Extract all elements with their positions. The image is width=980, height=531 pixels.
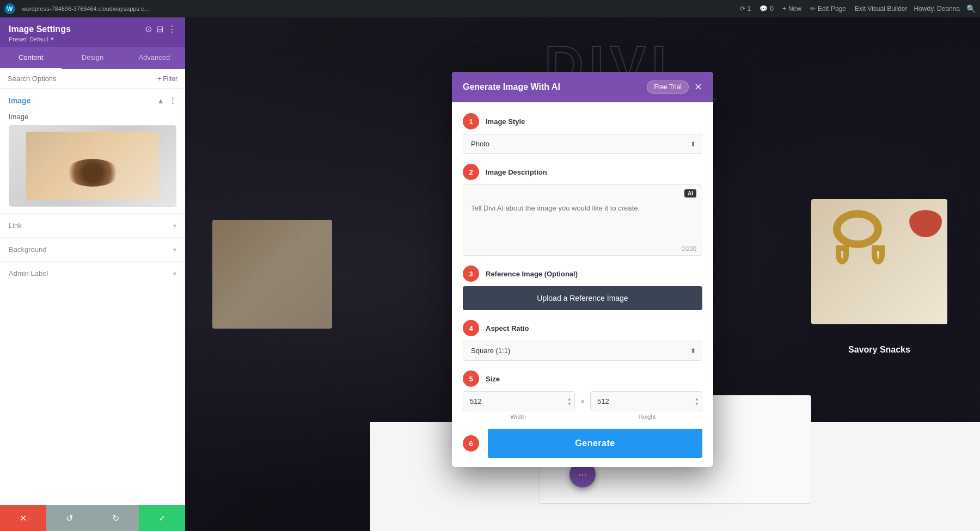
aspect-ratio-select-wrapper: Square (1:1)Landscape (16:9)Portrait (9:… bbox=[463, 341, 702, 361]
tab-content[interactable]: Content bbox=[0, 47, 62, 69]
preset-label[interactable]: Preset: Default ▾ bbox=[9, 35, 176, 42]
layout-icon[interactable]: ⊟ bbox=[156, 24, 163, 34]
size-labels: Width Height bbox=[463, 413, 702, 420]
free-trial-badge: Free Trial bbox=[647, 81, 689, 94]
width-down-arrow[interactable]: ▼ bbox=[567, 402, 572, 406]
section-collapse-icon[interactable]: ▲ bbox=[157, 96, 164, 105]
admin-search-icon[interactable]: 🔍 bbox=[966, 4, 976, 13]
canvas-food-left bbox=[212, 220, 332, 329]
size-row: ▲ ▼ × ▲ ▼ bbox=[463, 391, 702, 411]
step-2-indicator: 2 bbox=[463, 164, 479, 180]
search-input[interactable] bbox=[8, 75, 153, 83]
redo-button[interactable]: ↻ bbox=[93, 505, 139, 531]
height-down-arrow[interactable]: ▼ bbox=[695, 402, 699, 406]
form-group-reference-image: 3 Reference Image (Optional) Upload a Re… bbox=[463, 266, 702, 310]
tab-advanced[interactable]: Advanced bbox=[124, 47, 185, 69]
ai-badge: AI bbox=[684, 189, 696, 197]
exit-builder-link[interactable]: Exit Visual Builder bbox=[855, 5, 908, 13]
step-5-indicator: 5 bbox=[463, 371, 479, 387]
size-x-separator: × bbox=[580, 397, 585, 406]
aspect-ratio-label: Aspect Ratio bbox=[486, 324, 529, 332]
sidebar: Image Settings ⊙ ⊟ ⋮ Preset: Default ▾ C… bbox=[0, 17, 185, 531]
bottom-action-bar: ✕ ↺ ↻ ✓ bbox=[0, 505, 185, 531]
image-style-select[interactable]: PhotoIllustrationDigital ArtPaintingSket… bbox=[463, 134, 702, 154]
sidebar-tabs: Content Design Advanced bbox=[0, 47, 185, 69]
section-more-icon[interactable]: ⋮ bbox=[169, 96, 176, 105]
modal-close-button[interactable]: ✕ bbox=[694, 81, 702, 93]
admin-bar-comments[interactable]: 💬 0 bbox=[759, 5, 774, 13]
preset-chevron-icon: ▾ bbox=[51, 35, 54, 42]
link-section-header[interactable]: Link ▾ bbox=[0, 214, 185, 237]
image-style-label: Image Style bbox=[486, 118, 525, 126]
sidebar-title: Image Settings bbox=[9, 24, 71, 34]
image-preview[interactable] bbox=[9, 125, 176, 207]
savory-snacks-label: Savory Snacks bbox=[811, 345, 947, 355]
background-section: Background ▾ bbox=[0, 237, 185, 261]
form-group-size: 5 Size ▲ ▼ × bbox=[463, 371, 702, 420]
link-chevron-icon: ▾ bbox=[173, 222, 176, 230]
form-group-image-description: 2 Image Description AI 0/200 bbox=[463, 164, 702, 256]
image-style-select-wrapper: PhotoIllustrationDigital ArtPaintingSket… bbox=[463, 134, 702, 154]
howdy-label: Howdy, Deanna bbox=[914, 5, 960, 13]
background-section-header[interactable]: Background ▾ bbox=[0, 238, 185, 261]
undo-button[interactable]: ↺ bbox=[46, 505, 93, 531]
step-4-indicator: 4 bbox=[463, 320, 479, 336]
char-count: 0/200 bbox=[681, 245, 696, 252]
form-group-aspect-ratio: 4 Aspect Ratio Square (1:1)Landscape (16… bbox=[463, 320, 702, 361]
height-input[interactable] bbox=[590, 391, 702, 411]
height-label: Height bbox=[592, 413, 702, 420]
form-group-image-style: 1 Image Style PhotoIllustrationDigital A… bbox=[463, 113, 702, 154]
canvas-area: DIVI BAKERY Savory Snacks bbox=[185, 17, 980, 531]
save-button[interactable]: ✓ bbox=[139, 505, 185, 531]
width-up-arrow[interactable]: ▲ bbox=[567, 397, 572, 401]
aspect-ratio-select[interactable]: Square (1:1)Landscape (16:9)Portrait (9:… bbox=[463, 341, 702, 361]
tab-design[interactable]: Design bbox=[62, 47, 123, 69]
main-layout: Image Settings ⊙ ⊟ ⋮ Preset: Default ▾ C… bbox=[0, 17, 980, 531]
canvas-food-right bbox=[811, 199, 947, 324]
modal-header-right: Free Trial ✕ bbox=[647, 81, 702, 94]
site-url: wordpress-784896-3766464.cloudwaysapps.c… bbox=[22, 5, 733, 12]
step-6-indicator: 6 bbox=[463, 435, 479, 452]
upload-reference-button[interactable]: Upload a Reference Image bbox=[463, 286, 702, 310]
height-input-wrapper: ▲ ▼ bbox=[590, 391, 702, 411]
focus-icon[interactable]: ⊙ bbox=[145, 24, 152, 34]
width-input-wrapper: ▲ ▼ bbox=[463, 391, 575, 411]
edit-page-link[interactable]: ✏ Edit Page bbox=[810, 5, 846, 13]
sidebar-header: Image Settings ⊙ ⊟ ⋮ Preset: Default ▾ bbox=[0, 17, 185, 47]
link-label: Link bbox=[9, 221, 22, 230]
admin-label-section-header[interactable]: Admin Label ▾ bbox=[0, 262, 185, 285]
height-up-arrow[interactable]: ▲ bbox=[695, 397, 699, 401]
image-sub-label: Image bbox=[0, 110, 185, 125]
admin-label-text: Admin Label bbox=[9, 269, 48, 277]
width-label: Width bbox=[463, 413, 573, 420]
image-section-header[interactable]: Image ▲ ⋮ bbox=[0, 89, 185, 110]
wp-logo-icon[interactable]: W bbox=[4, 3, 15, 14]
step-1-indicator: 1 bbox=[463, 113, 479, 129]
pretzel-background bbox=[811, 199, 947, 324]
textarea-footer: 0/200 bbox=[463, 243, 702, 255]
admin-bar-new[interactable]: + New bbox=[782, 5, 801, 13]
generate-button[interactable]: Generate bbox=[488, 429, 702, 458]
modal-title: Generate Image With AI bbox=[463, 82, 560, 92]
more-icon[interactable]: ⋮ bbox=[168, 24, 176, 34]
sidebar-search-bar: + Filter bbox=[0, 69, 185, 89]
image-description-wrapper: AI 0/200 bbox=[463, 184, 702, 256]
generate-image-modal: Generate Image With AI Free Trial ✕ 1 Im… bbox=[452, 72, 713, 467]
cancel-button[interactable]: ✕ bbox=[0, 505, 46, 531]
reference-image-label: Reference Image (Optional) bbox=[486, 270, 578, 278]
width-input[interactable] bbox=[463, 391, 575, 411]
width-arrows: ▲ ▼ bbox=[567, 397, 572, 406]
link-section: Link ▾ bbox=[0, 213, 185, 237]
sidebar-header-icons: ⊙ ⊟ ⋮ bbox=[145, 24, 176, 34]
section-controls: ▲ ⋮ bbox=[157, 96, 176, 105]
admin-bar-visits[interactable]: ⟳ 1 bbox=[740, 5, 751, 13]
admin-bar-items: ⟳ 1 💬 0 + New ✏ Edit Page Exit Visual Bu… bbox=[740, 5, 908, 13]
image-description-textarea[interactable] bbox=[463, 197, 702, 241]
wp-admin-bar: W wordpress-784896-3766464.cloudwaysapps… bbox=[0, 0, 980, 17]
size-label: Size bbox=[486, 375, 500, 383]
food-image-thumbnail bbox=[26, 132, 160, 200]
modal-header: Generate Image With AI Free Trial ✕ bbox=[452, 72, 713, 102]
modal-body: 1 Image Style PhotoIllustrationDigital A… bbox=[452, 102, 713, 429]
sidebar-content: Image ▲ ⋮ Image Link ▾ bbox=[0, 89, 185, 531]
filter-button[interactable]: + Filter bbox=[157, 75, 177, 83]
